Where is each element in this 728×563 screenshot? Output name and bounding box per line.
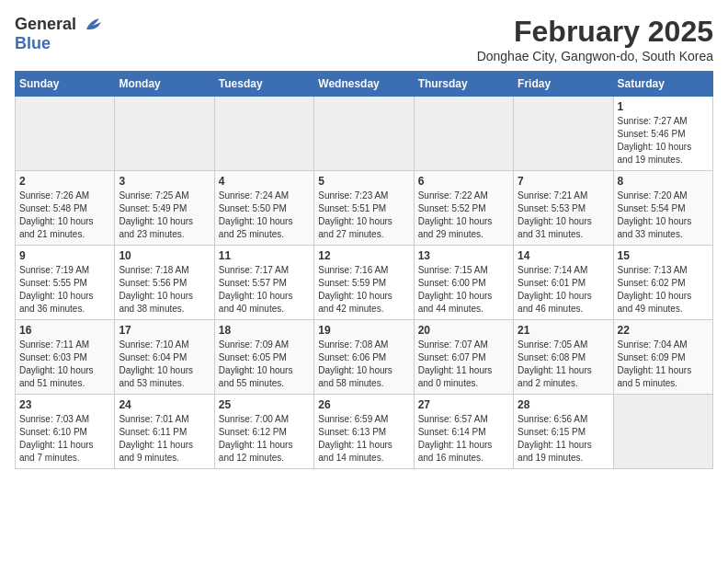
calendar-cell: 23Sunrise: 7:03 AM Sunset: 6:10 PM Dayli… <box>16 395 115 469</box>
calendar-cell: 26Sunrise: 6:59 AM Sunset: 6:13 PM Dayli… <box>314 395 414 469</box>
day-number: 3 <box>119 175 210 188</box>
day-info: Sunrise: 7:09 AM Sunset: 6:05 PM Dayligh… <box>219 339 310 390</box>
calendar-cell <box>214 97 313 171</box>
day-number: 28 <box>518 398 609 411</box>
day-number: 19 <box>318 324 409 337</box>
calendar-cell <box>613 395 712 469</box>
day-info: Sunrise: 7:27 AM Sunset: 5:46 PM Dayligh… <box>618 115 709 167</box>
day-info: Sunrise: 7:05 AM Sunset: 6:08 PM Dayligh… <box>518 339 609 390</box>
day-info: Sunrise: 7:08 AM Sunset: 6:06 PM Dayligh… <box>318 339 409 390</box>
calendar-cell: 24Sunrise: 7:01 AM Sunset: 6:11 PM Dayli… <box>115 395 214 469</box>
day-info: Sunrise: 7:17 AM Sunset: 5:57 PM Dayligh… <box>219 264 310 316</box>
calendar-cell <box>414 97 513 171</box>
day-info: Sunrise: 6:56 AM Sunset: 6:15 PM Dayligh… <box>518 413 609 465</box>
calendar-cell: 12Sunrise: 7:16 AM Sunset: 5:59 PM Dayli… <box>314 246 414 320</box>
calendar-cell: 18Sunrise: 7:09 AM Sunset: 6:05 PM Dayli… <box>214 320 313 395</box>
weekday-header-monday: Monday <box>115 72 214 97</box>
day-info: Sunrise: 7:00 AM Sunset: 6:12 PM Dayligh… <box>219 413 310 465</box>
day-info: Sunrise: 7:07 AM Sunset: 6:07 PM Dayligh… <box>418 339 509 390</box>
calendar-table: SundayMondayTuesdayWednesdayThursdayFrid… <box>15 71 713 469</box>
calendar-week-3: 16Sunrise: 7:11 AM Sunset: 6:03 PM Dayli… <box>16 320 713 395</box>
day-info: Sunrise: 7:24 AM Sunset: 5:50 PM Dayligh… <box>219 190 310 241</box>
day-info: Sunrise: 7:18 AM Sunset: 5:56 PM Dayligh… <box>119 264 210 316</box>
day-number: 21 <box>518 324 609 337</box>
day-number: 5 <box>318 175 409 188</box>
day-info: Sunrise: 7:11 AM Sunset: 6:03 PM Dayligh… <box>19 339 110 390</box>
calendar-cell: 5Sunrise: 7:23 AM Sunset: 5:51 PM Daylig… <box>314 171 414 246</box>
calendar-week-2: 9Sunrise: 7:19 AM Sunset: 5:55 PM Daylig… <box>16 246 713 320</box>
day-info: Sunrise: 6:57 AM Sunset: 6:14 PM Dayligh… <box>418 413 509 465</box>
calendar-cell: 1Sunrise: 7:27 AM Sunset: 5:46 PM Daylig… <box>613 97 712 171</box>
calendar-cell: 11Sunrise: 7:17 AM Sunset: 5:57 PM Dayli… <box>214 246 313 320</box>
day-number: 14 <box>518 249 609 262</box>
day-info: Sunrise: 7:23 AM Sunset: 5:51 PM Dayligh… <box>318 190 409 241</box>
calendar-cell: 4Sunrise: 7:24 AM Sunset: 5:50 PM Daylig… <box>214 171 313 246</box>
calendar-cell <box>16 97 115 171</box>
day-info: Sunrise: 7:03 AM Sunset: 6:10 PM Dayligh… <box>19 413 110 465</box>
calendar-cell: 10Sunrise: 7:18 AM Sunset: 5:56 PM Dayli… <box>115 246 214 320</box>
calendar-week-4: 23Sunrise: 7:03 AM Sunset: 6:10 PM Dayli… <box>16 395 713 469</box>
day-info: Sunrise: 7:15 AM Sunset: 6:00 PM Dayligh… <box>418 264 509 316</box>
title-block: February 2025 Donghae City, Gangwon-do, … <box>477 15 713 63</box>
day-number: 24 <box>119 398 210 411</box>
calendar-week-0: 1Sunrise: 7:27 AM Sunset: 5:46 PM Daylig… <box>16 97 713 171</box>
calendar-cell: 19Sunrise: 7:08 AM Sunset: 6:06 PM Dayli… <box>314 320 414 395</box>
day-number: 16 <box>19 324 110 337</box>
day-info: Sunrise: 7:21 AM Sunset: 5:53 PM Dayligh… <box>518 190 609 241</box>
day-info: Sunrise: 7:26 AM Sunset: 5:48 PM Dayligh… <box>19 190 110 241</box>
calendar-cell: 7Sunrise: 7:21 AM Sunset: 5:53 PM Daylig… <box>514 171 613 246</box>
day-info: Sunrise: 7:13 AM Sunset: 6:02 PM Dayligh… <box>618 264 709 316</box>
day-number: 15 <box>618 249 709 262</box>
day-info: Sunrise: 7:20 AM Sunset: 5:54 PM Dayligh… <box>618 190 709 241</box>
calendar-cell: 3Sunrise: 7:25 AM Sunset: 5:49 PM Daylig… <box>115 171 214 246</box>
logo: General Blue <box>15 15 103 53</box>
day-number: 11 <box>219 249 310 262</box>
calendar-cell: 28Sunrise: 6:56 AM Sunset: 6:15 PM Dayli… <box>514 395 613 469</box>
calendar-cell: 2Sunrise: 7:26 AM Sunset: 5:48 PM Daylig… <box>16 171 115 246</box>
day-info: Sunrise: 7:25 AM Sunset: 5:49 PM Dayligh… <box>119 190 210 241</box>
day-number: 7 <box>518 175 609 188</box>
weekday-header-thursday: Thursday <box>414 72 513 97</box>
calendar-cell: 25Sunrise: 7:00 AM Sunset: 6:12 PM Dayli… <box>214 395 313 469</box>
day-number: 13 <box>418 249 509 262</box>
calendar-cell <box>115 97 214 171</box>
calendar-cell: 16Sunrise: 7:11 AM Sunset: 6:03 PM Dayli… <box>16 320 115 395</box>
day-number: 1 <box>618 100 709 113</box>
calendar-cell: 8Sunrise: 7:20 AM Sunset: 5:54 PM Daylig… <box>613 171 712 246</box>
day-number: 22 <box>618 324 709 337</box>
weekday-header-sunday: Sunday <box>16 72 115 97</box>
day-number: 8 <box>618 175 709 188</box>
day-number: 12 <box>318 249 409 262</box>
month-title: February 2025 <box>477 15 713 49</box>
location-title: Donghae City, Gangwon-do, South Korea <box>477 49 713 63</box>
day-number: 9 <box>19 249 110 262</box>
calendar-cell: 14Sunrise: 7:14 AM Sunset: 6:01 PM Dayli… <box>514 246 613 320</box>
calendar-cell: 22Sunrise: 7:04 AM Sunset: 6:09 PM Dayli… <box>613 320 712 395</box>
calendar-cell: 20Sunrise: 7:07 AM Sunset: 6:07 PM Dayli… <box>414 320 513 395</box>
day-info: Sunrise: 7:16 AM Sunset: 5:59 PM Dayligh… <box>318 264 409 316</box>
day-info: Sunrise: 7:04 AM Sunset: 6:09 PM Dayligh… <box>618 339 709 390</box>
day-info: Sunrise: 7:19 AM Sunset: 5:55 PM Dayligh… <box>19 264 110 316</box>
day-number: 17 <box>119 324 210 337</box>
calendar-cell: 13Sunrise: 7:15 AM Sunset: 6:00 PM Dayli… <box>414 246 513 320</box>
calendar-cell: 21Sunrise: 7:05 AM Sunset: 6:08 PM Dayli… <box>514 320 613 395</box>
calendar-week-1: 2Sunrise: 7:26 AM Sunset: 5:48 PM Daylig… <box>16 171 713 246</box>
weekday-header-row: SundayMondayTuesdayWednesdayThursdayFrid… <box>16 72 713 97</box>
weekday-header-friday: Friday <box>514 72 613 97</box>
day-number: 26 <box>318 398 409 411</box>
day-number: 27 <box>418 398 509 411</box>
page-header: General Blue February 2025 Donghae City,… <box>15 15 713 63</box>
calendar-cell: 15Sunrise: 7:13 AM Sunset: 6:02 PM Dayli… <box>613 246 712 320</box>
day-info: Sunrise: 7:22 AM Sunset: 5:52 PM Dayligh… <box>418 190 509 241</box>
day-number: 10 <box>119 249 210 262</box>
logo-blue-label: Blue <box>15 34 51 52</box>
logo-bird-icon <box>83 18 103 33</box>
day-number: 25 <box>219 398 310 411</box>
weekday-header-tuesday: Tuesday <box>214 72 313 97</box>
day-number: 4 <box>219 175 310 188</box>
calendar-cell <box>314 97 414 171</box>
calendar-cell: 27Sunrise: 6:57 AM Sunset: 6:14 PM Dayli… <box>414 395 513 469</box>
weekday-header-saturday: Saturday <box>613 72 712 97</box>
logo-general-label: General <box>15 15 76 33</box>
calendar-cell: 17Sunrise: 7:10 AM Sunset: 6:04 PM Dayli… <box>115 320 214 395</box>
